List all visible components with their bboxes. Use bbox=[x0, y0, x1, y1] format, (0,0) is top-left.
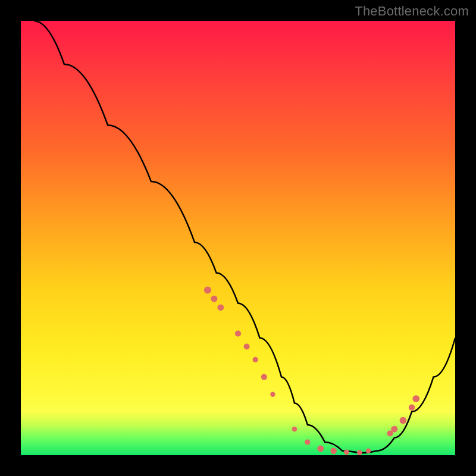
curve-path-group bbox=[34, 21, 455, 453]
curve-marker bbox=[409, 405, 415, 411]
curve-marker bbox=[261, 374, 267, 380]
bottleneck-curve bbox=[21, 21, 455, 455]
curve-marker bbox=[366, 448, 371, 453]
curve-marker bbox=[400, 417, 407, 424]
curve-marker bbox=[391, 426, 397, 433]
curve-marker bbox=[317, 446, 324, 452]
curve-marker bbox=[344, 449, 349, 455]
curve-marker bbox=[235, 331, 241, 337]
curve-marker bbox=[412, 395, 419, 402]
watermark-label: TheBottleneck.com bbox=[355, 4, 469, 19]
curve-marker bbox=[330, 448, 336, 454]
curve-marker bbox=[357, 450, 362, 455]
curve-marker bbox=[270, 392, 275, 397]
curve-marker bbox=[204, 287, 211, 294]
chart-frame: TheBottleneck.com bbox=[0, 0, 476, 476]
curve-marker bbox=[305, 440, 310, 445]
curve-marker bbox=[292, 427, 298, 432]
curve-line bbox=[34, 21, 455, 453]
curve-marker bbox=[217, 304, 224, 311]
curve-marker bbox=[253, 357, 258, 362]
curve-marker bbox=[244, 344, 250, 350]
curve-markers bbox=[204, 287, 419, 455]
plot-area bbox=[21, 21, 455, 455]
curve-marker bbox=[211, 296, 217, 302]
